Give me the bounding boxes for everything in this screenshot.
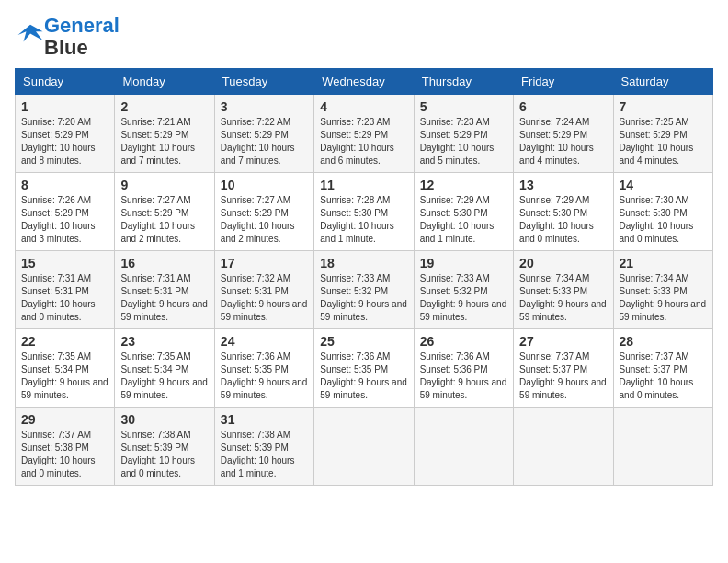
weekday-header-wednesday: Wednesday <box>314 69 414 95</box>
calendar-cell: 31 Sunrise: 7:38 AMSunset: 5:39 PMDaylig… <box>214 408 313 486</box>
calendar-cell: 17 Sunrise: 7:32 AMSunset: 5:31 PMDaylig… <box>214 251 313 329</box>
day-info: Sunrise: 7:29 AMSunset: 5:30 PMDaylight:… <box>420 194 507 246</box>
calendar-cell: 16 Sunrise: 7:31 AMSunset: 5:31 PMDaylig… <box>115 251 214 329</box>
day-number: 23 <box>120 334 208 349</box>
day-info: Sunrise: 7:23 AMSunset: 5:29 PMDaylight:… <box>320 116 407 167</box>
day-info: Sunrise: 7:33 AMSunset: 5:32 PMDaylight:… <box>420 272 507 324</box>
day-info: Sunrise: 7:26 AMSunset: 5:29 PMDaylight:… <box>21 194 108 246</box>
day-number: 11 <box>320 178 407 192</box>
calendar-cell <box>514 408 613 486</box>
day-number: 28 <box>620 334 707 349</box>
calendar-cell: 2 Sunrise: 7:21 AMSunset: 5:29 PMDayligh… <box>115 95 214 173</box>
calendar-cell: 28 Sunrise: 7:37 AMSunset: 5:37 PMDaylig… <box>613 329 712 408</box>
calendar-cell: 13 Sunrise: 7:29 AMSunset: 5:30 PMDaylig… <box>514 173 613 251</box>
day-info: Sunrise: 7:33 AMSunset: 5:32 PMDaylight:… <box>320 272 407 324</box>
calendar-cell: 18 Sunrise: 7:33 AMSunset: 5:32 PMDaylig… <box>314 251 414 329</box>
day-info: Sunrise: 7:37 AMSunset: 5:37 PMDaylight:… <box>519 350 607 402</box>
calendar-cell: 27 Sunrise: 7:37 AMSunset: 5:37 PMDaylig… <box>514 329 613 408</box>
day-number: 21 <box>620 256 707 270</box>
calendar-cell: 11 Sunrise: 7:28 AMSunset: 5:30 PMDaylig… <box>314 173 414 251</box>
day-info: Sunrise: 7:38 AMSunset: 5:39 PMDaylight:… <box>120 429 208 480</box>
day-number: 8 <box>21 178 108 192</box>
day-info: Sunrise: 7:22 AMSunset: 5:29 PMDaylight:… <box>221 116 308 167</box>
day-info: Sunrise: 7:21 AMSunset: 5:29 PMDaylight:… <box>120 116 208 167</box>
calendar-cell: 4 Sunrise: 7:23 AMSunset: 5:29 PMDayligh… <box>314 95 414 173</box>
calendar-cell: 25 Sunrise: 7:36 AMSunset: 5:35 PMDaylig… <box>314 329 414 408</box>
day-info: Sunrise: 7:35 AMSunset: 5:34 PMDaylight:… <box>120 350 208 402</box>
day-info: Sunrise: 7:38 AMSunset: 5:39 PMDaylight:… <box>221 429 308 480</box>
calendar-cell: 8 Sunrise: 7:26 AMSunset: 5:29 PMDayligh… <box>16 173 115 251</box>
day-number: 24 <box>221 334 308 349</box>
day-info: Sunrise: 7:36 AMSunset: 5:36 PMDaylight:… <box>420 350 507 402</box>
calendar-cell <box>314 408 414 486</box>
day-info: Sunrise: 7:24 AMSunset: 5:29 PMDaylight:… <box>519 116 607 167</box>
day-info: Sunrise: 7:23 AMSunset: 5:29 PMDaylight:… <box>420 116 507 167</box>
day-info: Sunrise: 7:35 AMSunset: 5:34 PMDaylight:… <box>21 350 108 402</box>
logo: GeneralBlue <box>15 15 119 59</box>
day-number: 26 <box>420 334 507 349</box>
day-info: Sunrise: 7:34 AMSunset: 5:33 PMDaylight:… <box>620 272 707 324</box>
day-info: Sunrise: 7:32 AMSunset: 5:31 PMDaylight:… <box>221 272 308 324</box>
day-number: 18 <box>320 256 407 270</box>
calendar-cell: 14 Sunrise: 7:30 AMSunset: 5:30 PMDaylig… <box>613 173 712 251</box>
weekday-header-friday: Friday <box>514 69 613 95</box>
weekday-header-thursday: Thursday <box>414 69 513 95</box>
calendar-cell: 3 Sunrise: 7:22 AMSunset: 5:29 PMDayligh… <box>214 95 313 173</box>
logo-icon <box>17 21 44 49</box>
day-info: Sunrise: 7:34 AMSunset: 5:33 PMDaylight:… <box>519 272 607 324</box>
day-info: Sunrise: 7:30 AMSunset: 5:30 PMDaylight:… <box>620 194 707 246</box>
calendar-cell: 21 Sunrise: 7:34 AMSunset: 5:33 PMDaylig… <box>613 251 712 329</box>
day-number: 13 <box>519 178 607 192</box>
calendar-cell: 1 Sunrise: 7:20 AMSunset: 5:29 PMDayligh… <box>16 95 115 173</box>
day-number: 22 <box>21 334 108 349</box>
day-number: 7 <box>620 99 707 114</box>
day-number: 25 <box>320 334 407 349</box>
calendar-cell: 19 Sunrise: 7:33 AMSunset: 5:32 PMDaylig… <box>414 251 513 329</box>
day-number: 9 <box>120 178 208 192</box>
day-number: 6 <box>519 99 607 114</box>
calendar-cell: 20 Sunrise: 7:34 AMSunset: 5:33 PMDaylig… <box>514 251 613 329</box>
calendar-cell: 23 Sunrise: 7:35 AMSunset: 5:34 PMDaylig… <box>115 329 214 408</box>
day-number: 16 <box>120 256 208 270</box>
day-number: 17 <box>221 256 308 270</box>
day-info: Sunrise: 7:37 AMSunset: 5:38 PMDaylight:… <box>21 429 108 480</box>
weekday-header-saturday: Saturday <box>613 69 712 95</box>
calendar-cell: 30 Sunrise: 7:38 AMSunset: 5:39 PMDaylig… <box>115 408 214 486</box>
day-number: 12 <box>420 178 507 192</box>
day-info: Sunrise: 7:36 AMSunset: 5:35 PMDaylight:… <box>221 350 308 402</box>
weekday-header-monday: Monday <box>115 69 214 95</box>
calendar-cell: 7 Sunrise: 7:25 AMSunset: 5:29 PMDayligh… <box>613 95 712 173</box>
calendar-table: SundayMondayTuesdayWednesdayThursdayFrid… <box>15 68 713 486</box>
calendar-cell: 10 Sunrise: 7:27 AMSunset: 5:29 PMDaylig… <box>214 173 313 251</box>
calendar-cell: 22 Sunrise: 7:35 AMSunset: 5:34 PMDaylig… <box>16 329 115 408</box>
day-number: 29 <box>21 412 108 427</box>
day-number: 27 <box>519 334 607 349</box>
calendar-cell: 6 Sunrise: 7:24 AMSunset: 5:29 PMDayligh… <box>514 95 613 173</box>
day-info: Sunrise: 7:25 AMSunset: 5:29 PMDaylight:… <box>620 116 707 167</box>
weekday-header-tuesday: Tuesday <box>214 69 313 95</box>
calendar-cell: 12 Sunrise: 7:29 AMSunset: 5:30 PMDaylig… <box>414 173 513 251</box>
day-info: Sunrise: 7:36 AMSunset: 5:35 PMDaylight:… <box>320 350 407 402</box>
logo-text: GeneralBlue <box>44 15 119 59</box>
day-info: Sunrise: 7:31 AMSunset: 5:31 PMDaylight:… <box>21 272 108 324</box>
calendar-cell: 9 Sunrise: 7:27 AMSunset: 5:29 PMDayligh… <box>115 173 214 251</box>
day-number: 20 <box>519 256 607 270</box>
day-number: 19 <box>420 256 507 270</box>
weekday-header-sunday: Sunday <box>16 69 115 95</box>
day-info: Sunrise: 7:27 AMSunset: 5:29 PMDaylight:… <box>120 194 208 246</box>
calendar-cell: 26 Sunrise: 7:36 AMSunset: 5:36 PMDaylig… <box>414 329 513 408</box>
day-number: 5 <box>420 99 507 114</box>
calendar-cell <box>414 408 513 486</box>
day-number: 4 <box>320 99 407 114</box>
calendar-cell: 5 Sunrise: 7:23 AMSunset: 5:29 PMDayligh… <box>414 95 513 173</box>
day-number: 1 <box>21 99 108 114</box>
svg-marker-0 <box>18 25 43 42</box>
calendar-cell <box>613 408 712 486</box>
day-info: Sunrise: 7:20 AMSunset: 5:29 PMDaylight:… <box>21 116 108 167</box>
day-info: Sunrise: 7:27 AMSunset: 5:29 PMDaylight:… <box>221 194 308 246</box>
day-number: 30 <box>120 412 208 427</box>
calendar-cell: 29 Sunrise: 7:37 AMSunset: 5:38 PMDaylig… <box>16 408 115 486</box>
day-number: 14 <box>620 178 707 192</box>
day-info: Sunrise: 7:28 AMSunset: 5:30 PMDaylight:… <box>320 194 407 246</box>
calendar-cell: 15 Sunrise: 7:31 AMSunset: 5:31 PMDaylig… <box>16 251 115 329</box>
